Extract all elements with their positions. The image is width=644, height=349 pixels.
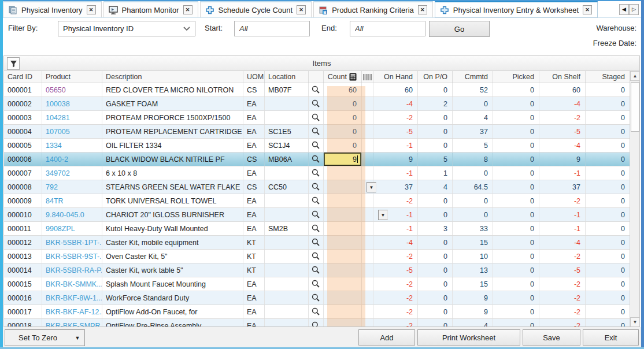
count-cell[interactable] xyxy=(324,319,362,327)
location-search-button[interactable] xyxy=(309,166,324,180)
tab-scroll-left-button[interactable]: ◀ xyxy=(619,4,629,15)
location-search-button[interactable] xyxy=(309,111,324,124)
tab-product-ranking-criteria[interactable]: B Product Ranking Criteria ✕ xyxy=(313,1,433,17)
exit-button[interactable]: Exit xyxy=(583,329,639,346)
table-row[interactable]: 000017BKR-BKF-AF-12...OptiFlow Add-On Fa… xyxy=(4,305,639,319)
save-button[interactable]: Save xyxy=(523,329,580,346)
table-row[interactable]: 000018BKR-BKF-SMPR...OptiFlow Pre-Rinse … xyxy=(4,319,639,327)
header-product[interactable]: Product xyxy=(42,71,102,83)
table-row[interactable]: 000004107005PROTEAM REPLACEMENT CARTRIDG… xyxy=(4,125,639,139)
filter-funnel-button[interactable] xyxy=(7,57,20,70)
product-link[interactable]: 9.840-045.0 xyxy=(42,208,102,221)
product-link[interactable]: BKR-BKF-AF-12... xyxy=(42,305,102,318)
table-row[interactable]: 000016BKR-BKF-8W-1...WorkForce Standard … xyxy=(4,291,639,305)
header-description[interactable]: Description xyxy=(102,71,243,83)
table-row[interactable]: 0000073497026 x 10 x 8EA-1100-10 xyxy=(4,166,639,180)
product-link[interactable]: 1400-2 xyxy=(42,153,102,166)
product-link[interactable]: BKR-5SBR-9ST-... xyxy=(42,250,102,263)
location-search-button[interactable] xyxy=(309,319,324,327)
table-row[interactable]: 000014BKR-5SBR-RA-P...Caster Kit, work t… xyxy=(4,263,639,277)
product-link[interactable]: BKR-BKF-SMPR... xyxy=(42,319,102,327)
table-row[interactable]: 000002100038GASKET FOAMEA0-4200-40 xyxy=(4,97,639,111)
chevron-down-icon[interactable]: ▼ xyxy=(71,335,84,341)
print-worksheet-button[interactable]: Print Worksheet xyxy=(417,329,520,346)
location-search-button[interactable] xyxy=(309,291,324,305)
header-picked[interactable]: Picked xyxy=(493,71,539,83)
vertical-scrollbar[interactable]: ▲ ▼ xyxy=(630,71,639,327)
product-link[interactable]: 84TR xyxy=(42,194,102,207)
location-search-button[interactable] xyxy=(309,208,324,221)
count-cell[interactable]: 9 xyxy=(324,153,362,166)
count-cell[interactable]: 0 xyxy=(324,125,362,138)
count-cell[interactable] xyxy=(324,250,362,263)
header-on-shelf[interactable]: On Shelf xyxy=(539,71,586,83)
count-dropdown-button[interactable]: ▼ xyxy=(367,182,376,192)
header-barcode[interactable] xyxy=(362,71,373,83)
product-link[interactable]: 104281 xyxy=(42,111,102,124)
count-cell[interactable] xyxy=(324,166,362,180)
count-cell[interactable] xyxy=(324,263,362,277)
count-cell[interactable] xyxy=(324,277,362,291)
product-link[interactable]: 9908ZPL xyxy=(42,222,102,235)
count-cell[interactable] xyxy=(324,305,362,318)
tab-physical-inventory[interactable]: Physical Inventory ✕ xyxy=(3,1,102,17)
product-link[interactable]: BKR-5SBR-RA-P... xyxy=(42,263,102,277)
scrollbar-thumb[interactable] xyxy=(631,82,639,132)
count-cell[interactable] xyxy=(324,291,362,305)
table-row[interactable]: 000003104281PROTEAM PROFORCE 1500XP/1500… xyxy=(4,111,639,125)
header-cmmtd[interactable]: Cmmtd xyxy=(453,71,493,83)
go-button[interactable]: Go xyxy=(429,21,490,37)
count-cell[interactable]: 0 xyxy=(324,97,362,110)
product-link[interactable]: 349702 xyxy=(42,166,102,180)
start-input[interactable] xyxy=(234,21,310,36)
product-link[interactable]: 792 xyxy=(42,180,102,194)
location-search-button[interactable] xyxy=(309,250,324,263)
count-cell[interactable] xyxy=(324,236,362,249)
location-search-button[interactable] xyxy=(309,222,324,235)
location-search-button[interactable] xyxy=(309,139,324,152)
table-row[interactable]: 00000984TRTORK UNIVERSAL ROLL TOWELEA-20… xyxy=(4,194,639,208)
header-on-hand[interactable]: On Hand xyxy=(373,71,418,83)
count-dropdown-button[interactable]: ▼ xyxy=(378,210,388,220)
filter-by-select[interactable]: Physical Inventory ID xyxy=(58,21,195,36)
tab-scroll-right-button[interactable]: ▷ xyxy=(629,4,639,15)
table-row[interactable]: 000012BKR-5SBR-1PT-...Caster Kit, mobile… xyxy=(4,236,639,250)
tab-phantom-monitor[interactable]: Phantom Monitor ✕ xyxy=(103,1,198,17)
close-icon[interactable]: ✕ xyxy=(87,5,96,14)
close-icon[interactable]: ✕ xyxy=(583,5,592,14)
location-search-button[interactable] xyxy=(309,83,324,96)
header-staged[interactable]: Staged xyxy=(586,71,630,83)
close-icon[interactable]: ✕ xyxy=(297,5,306,14)
header-on-po[interactable]: On P/O xyxy=(418,71,453,83)
product-link[interactable]: BKR-5SBR-1PT-... xyxy=(42,236,102,249)
table-row[interactable]: 0000061400-2BLACK WIDOW BLACK NITRILE PF… xyxy=(4,153,639,166)
product-link[interactable]: 1334 xyxy=(42,139,102,152)
count-cell[interactable]: 60 xyxy=(324,83,362,96)
tab-schedule-cycle-count[interactable]: Schedule Cycle Count ✕ xyxy=(200,1,312,17)
product-link[interactable]: BKR-BKF-8W-1... xyxy=(42,291,102,305)
product-link[interactable]: 05650 xyxy=(42,83,102,96)
location-search-button[interactable] xyxy=(309,97,324,110)
count-cell[interactable] xyxy=(324,222,362,235)
end-input[interactable] xyxy=(350,21,425,36)
scroll-down-icon[interactable]: ▼ xyxy=(630,317,640,327)
product-link[interactable]: BKR-BK-SMMK... xyxy=(42,277,102,291)
table-row[interactable]: 000008792STEARNS GREEN SEAL WATER FLAKEC… xyxy=(4,180,639,194)
count-cell[interactable]: 0 xyxy=(324,139,362,152)
close-icon[interactable]: ✕ xyxy=(418,5,427,14)
location-search-button[interactable] xyxy=(309,305,324,318)
product-link[interactable]: 100038 xyxy=(42,97,102,110)
table-row[interactable]: 000015BKR-BK-SMMK...Splash Mount Faucet … xyxy=(4,277,639,291)
header-count[interactable]: Count xyxy=(324,71,362,83)
table-row[interactable]: 000013BKR-5SBR-9ST-...Oven Caster Kit, 5… xyxy=(4,250,639,263)
table-row[interactable]: 0000051334OIL FILTER 1334EASC1J40-1050-4… xyxy=(4,139,639,153)
table-row[interactable]: 0000119908ZPLKutol Heavy-Duty Wall Mount… xyxy=(4,222,639,236)
location-search-button[interactable] xyxy=(309,153,324,166)
table-row[interactable]: 0000109.840-045.0CHARIOT 20" IGLOSS BURN… xyxy=(4,208,639,222)
count-cell[interactable] xyxy=(324,208,362,221)
header-location[interactable]: Location xyxy=(265,71,309,83)
location-search-button[interactable] xyxy=(309,180,324,194)
location-search-button[interactable] xyxy=(309,263,324,277)
add-button[interactable]: Add xyxy=(358,329,415,346)
location-search-button[interactable] xyxy=(309,194,324,207)
